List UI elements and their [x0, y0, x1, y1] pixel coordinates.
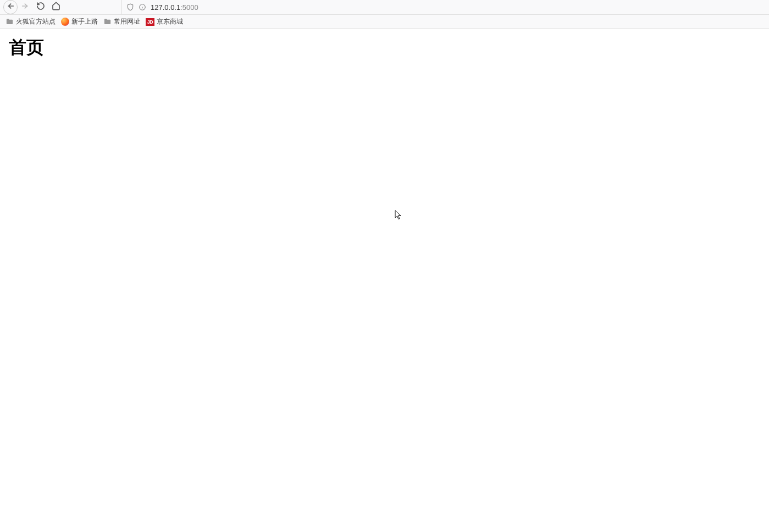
- mouse-cursor-icon: [395, 210, 402, 222]
- bookmark-label: 火狐官方站点: [16, 17, 56, 26]
- forward-button[interactable]: [18, 1, 33, 14]
- address-bar[interactable]: 127.0.0.1:5000: [121, 0, 766, 14]
- url-text: 127.0.0.1:5000: [151, 3, 198, 12]
- folder-icon: [5, 18, 14, 26]
- bookmark-common-sites[interactable]: 常用网址: [103, 17, 140, 26]
- arrow-left-icon: [6, 2, 15, 13]
- url-port: :5000: [180, 3, 198, 12]
- bookmarks-toolbar: 火狐官方站点 新手上路 常用网址 JD 京东商城: [0, 15, 769, 29]
- firefox-icon: [61, 18, 69, 26]
- bookmark-firefox-official[interactable]: 火狐官方站点: [5, 17, 56, 26]
- back-button[interactable]: [3, 0, 18, 14]
- browser-nav-toolbar: 127.0.0.1:5000: [0, 0, 769, 15]
- page-content: 首页: [0, 29, 769, 66]
- bookmark-jd[interactable]: JD 京东商城: [146, 17, 183, 26]
- bookmark-label: 京东商城: [157, 17, 183, 26]
- info-icon[interactable]: [139, 3, 146, 11]
- home-icon: [52, 2, 60, 13]
- bookmark-getting-started[interactable]: 新手上路: [61, 17, 98, 26]
- shield-icon[interactable]: [126, 3, 134, 11]
- url-host: 127.0.0.1: [151, 3, 180, 12]
- folder-icon: [103, 18, 112, 26]
- home-button[interactable]: [48, 1, 64, 14]
- reload-icon: [36, 2, 45, 13]
- bookmark-label: 新手上路: [71, 17, 98, 26]
- bookmark-label: 常用网址: [114, 17, 140, 26]
- page-title: 首页: [9, 36, 760, 60]
- jd-icon: JD: [146, 18, 154, 26]
- reload-button[interactable]: [33, 1, 48, 14]
- arrow-right-icon: [21, 2, 30, 13]
